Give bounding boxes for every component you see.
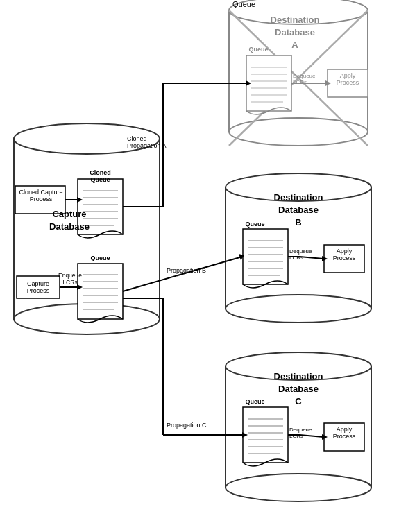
- svg-rect-46: [243, 407, 288, 463]
- cloned-capture-process-label: Cloned CaptureProcess: [17, 189, 65, 203]
- svg-marker-63: [239, 254, 244, 260]
- svg-marker-55: [77, 197, 83, 203]
- svg-marker-61: [246, 80, 251, 86]
- capture-database-label: Capture Database: [38, 208, 101, 233]
- dest-a-apply-label: ApplyProcess: [328, 72, 367, 86]
- cloned-propagation-a-label: ClonedPropagation A: [127, 135, 167, 149]
- svg-point-13: [226, 474, 371, 501]
- enqueue-lcrs-label: EnqueueLCRs: [58, 272, 82, 286]
- dest-c-dequeue-label: DequeueLCRs: [289, 427, 312, 439]
- dest-c-queue-label: Queue: [232, 0, 255, 8]
- dest-b-queue-label: Queue: [232, 221, 278, 228]
- svg-rect-17: [78, 264, 123, 319]
- svg-marker-67: [242, 432, 248, 438]
- svg-rect-38: [243, 229, 288, 284]
- capture-process-label: CaptureProcess: [17, 280, 59, 294]
- propagation-c-label: Propagation C: [167, 422, 207, 429]
- main-queue-label: Queue: [78, 255, 123, 261]
- diagram: Capture Database Cloned CaptureProcess C…: [0, 0, 399, 532]
- dest-a-dequeue-label: DequeueLCRs: [293, 73, 315, 85]
- svg-point-5: [229, 118, 368, 146]
- cloned-queue-label: ClonedQueue: [78, 169, 123, 183]
- dest-c-apply-label: ApplyProcess: [325, 426, 364, 440]
- svg-line-62: [123, 257, 242, 291]
- svg-point-10: [226, 295, 371, 323]
- dest-b-dequeue-label: DequeueLCRs: [289, 248, 312, 261]
- svg-point-2: [14, 304, 160, 334]
- dest-a-queue-label: Queue: [236, 46, 281, 53]
- dest-b-apply-label: ApplyProcess: [325, 248, 364, 261]
- propagation-b-label: Propagation B: [167, 267, 206, 274]
- dest-c-queue-label2: Queue: [232, 398, 278, 405]
- svg-rect-30: [246, 55, 291, 111]
